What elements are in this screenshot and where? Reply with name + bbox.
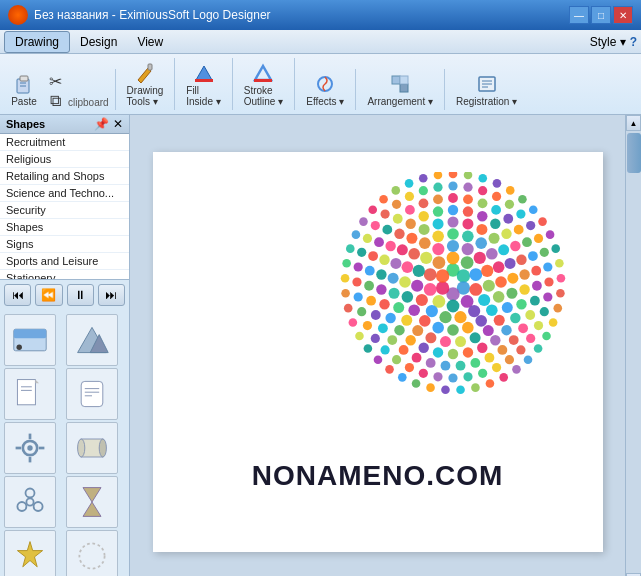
shape-thumb-scroll[interactable] — [66, 368, 118, 420]
window-controls[interactable]: — □ ✕ — [569, 6, 633, 24]
svg-point-249 — [426, 383, 435, 392]
svg-point-87 — [418, 315, 430, 327]
svg-point-197 — [539, 307, 548, 316]
svg-point-235 — [555, 259, 564, 268]
shape-thumb-gear[interactable] — [4, 422, 56, 474]
svg-point-92 — [408, 248, 420, 260]
clipboard-group: Paste ✂ ⧉ clipboard — [6, 69, 116, 110]
scroll-vthumb[interactable] — [627, 133, 641, 173]
fill-inside-button[interactable]: FillInside ▾ — [181, 58, 225, 110]
svg-point-183 — [418, 198, 428, 208]
svg-point-158 — [531, 266, 541, 276]
drawing-tools-button[interactable]: DrawingTools ▾ — [122, 58, 169, 110]
svg-point-163 — [508, 335, 518, 345]
list-item[interactable]: Recruitment — [0, 134, 129, 151]
shape-thumb-landscape[interactable] — [4, 314, 56, 366]
stroke-outline-button[interactable]: StrokeOutline ▾ — [239, 58, 288, 110]
fill-inside-group: FillInside ▾ — [181, 58, 232, 110]
arrangement-button[interactable]: Arrangement ▾ — [362, 69, 438, 110]
panel-close-icon[interactable]: ✕ — [113, 117, 123, 131]
svg-point-238 — [553, 304, 562, 313]
shape-thumb-star-badge[interactable] — [4, 530, 56, 576]
svg-point-213 — [357, 307, 366, 316]
maximize-button[interactable]: □ — [591, 6, 611, 24]
menu-drawing[interactable]: Drawing — [4, 31, 70, 53]
svg-point-76 — [462, 231, 474, 243]
menu-view[interactable]: View — [127, 32, 173, 52]
svg-point-118 — [418, 224, 429, 235]
step-back-button[interactable]: ⏪ — [35, 284, 62, 306]
scroll-up-arrow[interactable]: ▲ — [626, 115, 641, 131]
svg-point-210 — [380, 345, 389, 354]
svg-point-193 — [539, 248, 548, 257]
svg-point-224 — [433, 183, 442, 192]
shape-thumb-hourglass[interactable] — [66, 476, 118, 528]
svg-point-36 — [99, 439, 106, 457]
scroll-vtrack[interactable] — [626, 131, 641, 573]
svg-point-58 — [423, 268, 436, 281]
paste-button[interactable]: Paste — [6, 69, 42, 110]
svg-point-104 — [493, 315, 504, 326]
menu-design[interactable]: Design — [70, 32, 127, 52]
canvas-scroll[interactable]: NONAMENO.COM — [130, 115, 625, 576]
list-item[interactable]: Signs — [0, 236, 129, 253]
svg-rect-8 — [392, 76, 400, 84]
svg-point-188 — [491, 192, 500, 201]
svg-point-236 — [556, 274, 565, 283]
list-item[interactable]: Religious — [0, 151, 129, 168]
svg-point-130 — [510, 313, 520, 323]
shape-thumb-mountain[interactable] — [66, 314, 118, 366]
svg-point-113 — [388, 288, 399, 299]
svg-point-137 — [418, 343, 428, 353]
skip-forward-button[interactable]: ⏭ — [98, 284, 125, 306]
svg-point-72 — [412, 265, 424, 277]
shape-thumb-page[interactable] — [4, 368, 56, 420]
panel-pin-icon[interactable]: 📌 — [94, 117, 109, 131]
svg-point-209 — [391, 355, 400, 364]
registration-button[interactable]: Registration ▾ — [451, 69, 522, 110]
svg-point-203 — [478, 369, 487, 378]
style-dropdown[interactable]: Style ▾ — [590, 35, 626, 49]
list-item[interactable]: Stationery — [0, 270, 129, 279]
svg-point-152 — [477, 198, 487, 208]
shape-thumb-dotted-circle[interactable] — [66, 530, 118, 576]
svg-point-110 — [412, 325, 423, 336]
svg-point-116 — [396, 244, 407, 255]
effects-button[interactable]: Effects ▾ — [301, 69, 349, 110]
svg-point-221 — [391, 200, 400, 209]
arrangement-icon — [388, 72, 412, 96]
shape-thumb-roll[interactable] — [66, 422, 118, 474]
list-item[interactable]: Retailing and Shops — [0, 168, 129, 185]
help-icon[interactable]: ? — [630, 35, 637, 49]
svg-point-141 — [379, 299, 389, 309]
svg-point-241 — [533, 344, 542, 353]
panel-title: Shapes — [6, 118, 45, 130]
skip-back-button[interactable]: ⏮ — [4, 284, 31, 306]
shape-thumb-biohazard[interactable] — [4, 476, 56, 528]
cut-button[interactable]: ✂ — [44, 72, 66, 90]
svg-point-99 — [498, 244, 509, 255]
svg-point-199 — [526, 334, 535, 343]
svg-point-89 — [401, 291, 413, 303]
svg-point-166 — [470, 358, 480, 368]
svg-point-240 — [542, 332, 551, 341]
svg-point-138 — [405, 335, 415, 345]
svg-point-259 — [340, 274, 349, 283]
svg-point-17 — [17, 345, 22, 350]
list-item[interactable]: Shapes — [0, 219, 129, 236]
copy-button[interactable]: ⧉ — [44, 92, 66, 110]
right-scrollbar[interactable]: ▲ ▼ — [625, 115, 641, 576]
svg-point-51 — [460, 256, 473, 269]
svg-marker-42 — [17, 542, 42, 567]
svg-point-223 — [418, 186, 427, 195]
list-item[interactable]: Security — [0, 202, 129, 219]
pause-button[interactable]: ⏸ — [67, 284, 94, 306]
list-item[interactable]: Science and Techno... — [0, 185, 129, 202]
minimize-button[interactable]: — — [569, 6, 589, 24]
svg-point-267 — [404, 179, 413, 188]
list-item[interactable]: Sports and Leisure — [0, 253, 129, 270]
svg-point-265 — [379, 195, 388, 204]
close-button[interactable]: ✕ — [613, 6, 633, 24]
svg-point-205 — [448, 373, 457, 382]
logo-svg — [323, 172, 583, 432]
